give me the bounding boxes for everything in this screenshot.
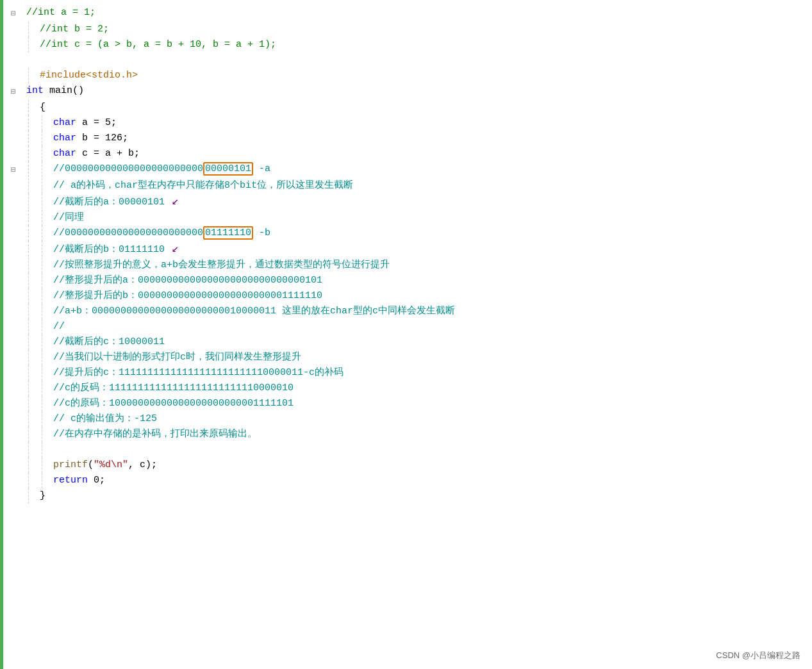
code-line: //int c = (a > b, a = b + 10, b = a + 1)…: [3, 37, 812, 53]
gutter-icon: ⊟: [3, 161, 24, 178]
code-line: printf("%d\n", c);: [3, 458, 812, 473]
gutter-icon: [3, 226, 24, 227]
gutter-icon: [3, 319, 24, 320]
indent-guide: [24, 488, 37, 504]
code-line: //同理: [3, 210, 812, 226]
indent-guide: [24, 458, 51, 473]
code-line: //整形提升后的a：000000000000000000000000000001…: [3, 273, 812, 288]
code-line: //截断后的b：01111110 ↙: [3, 241, 812, 258]
code-line: [3, 442, 812, 458]
code-line: //按照整形提升的意义，a+b会发生整形提升，通过数据类型的符号位进行提升: [3, 258, 812, 273]
gutter-icon: ⊟: [3, 5, 24, 22]
gutter-icon: [3, 273, 24, 274]
code-line: //: [3, 319, 812, 334]
code-line: ⊟//int a = 1;: [3, 5, 812, 22]
gutter-icon: [3, 304, 24, 305]
indent-guide: [24, 210, 51, 226]
code-line: #include<stdio.h>: [3, 68, 812, 83]
code-text: char b = 126;: [51, 131, 812, 146]
indent-guide: [24, 411, 51, 427]
indent-guide: [24, 68, 37, 83]
code-text: //提升后的c：11111111111111111111111110000011…: [51, 365, 812, 381]
code-text: //c的原码：10000000000000000000000001111101: [51, 396, 812, 411]
gutter-icon: [3, 488, 24, 490]
gutter-icon: [3, 365, 24, 367]
code-text: //int a = 1;: [24, 5, 812, 21]
indent-guide: [24, 304, 51, 319]
gutter-icon: [3, 194, 24, 195]
gutter-icon: [3, 37, 24, 38]
code-line: //c的反码：11111111111111111111111110000010: [3, 381, 812, 396]
gutter-icon: [3, 131, 24, 132]
indent-guide: [24, 178, 51, 194]
code-line: return 0;: [3, 473, 812, 488]
indent-guide: [24, 273, 51, 288]
gutter-icon: [3, 411, 24, 413]
code-text: //按照整形提升的意义，a+b会发生整形提升，通过数据类型的符号位进行提升: [51, 258, 812, 273]
code-line: // a的补码，char型在内存中只能存储8个bit位，所以这里发生截断: [3, 178, 812, 194]
code-line: // c的输出值为：-125: [3, 411, 812, 427]
indent-guide: [24, 241, 51, 256]
code-text: //同理: [51, 210, 812, 226]
watermark: CSDN @小吕编程之路: [716, 650, 800, 661]
code-text: printf("%d\n", c);: [51, 458, 812, 473]
code-line: //当我们以十进制的形式打印c时，我们同样发生整形提升: [3, 350, 812, 365]
indent-guide: [24, 146, 51, 161]
code-text: return 0;: [51, 473, 812, 488]
code-text: {: [37, 100, 812, 115]
code-text: //当我们以十进制的形式打印c时，我们同样发生整形提升: [51, 350, 812, 365]
indent-guide: [24, 334, 51, 350]
indent-guide: [24, 131, 51, 146]
indent-guide: [24, 350, 51, 365]
gutter-icon: [3, 68, 24, 69]
gutter-icon: [3, 258, 24, 259]
gutter-icon: [3, 22, 24, 23]
code-line: //00000000000000000000000001111110 -b: [3, 226, 812, 241]
code-container: ⊟//int a = 1;//int b = 2;//int c = (a > …: [0, 0, 812, 509]
code-line: //截断后的c：10000011: [3, 334, 812, 350]
gutter-icon: [3, 241, 24, 242]
code-text: //int b = 2;: [37, 22, 812, 37]
gutter-icon: [3, 427, 24, 428]
gutter-icon: [3, 381, 24, 382]
indent-guide: [24, 473, 51, 488]
code-line: char c = a + b;: [3, 146, 812, 161]
code-line: //截断后的a：00000101 ↙: [3, 194, 812, 210]
code-line: //整形提升后的b：000000000000000000000000011111…: [3, 288, 812, 304]
code-line: //c的原码：10000000000000000000000001111101: [3, 396, 812, 411]
gutter-icon: [3, 350, 24, 351]
code-line: [3, 53, 812, 68]
code-line: char b = 126;: [3, 131, 812, 146]
code-line: char a = 5;: [3, 115, 812, 131]
indent-guide: [24, 37, 37, 53]
code-line: //int b = 2;: [3, 22, 812, 37]
code-text: //在内存中存储的是补码，打印出来原码输出。: [51, 427, 812, 442]
gutter-icon: [3, 146, 24, 147]
code-text: char c = a + b;: [51, 146, 812, 161]
code-text: // a的补码，char型在内存中只能存储8个bit位，所以这里发生截断: [51, 178, 812, 194]
code-text: //截断后的c：10000011: [51, 334, 812, 350]
code-text: //int c = (a > b, a = b + 10, b = a + 1)…: [37, 37, 812, 53]
gutter-icon: [3, 396, 24, 397]
indent-guide: [24, 115, 51, 131]
code-text: //00000000000000000000000001111110 -b: [51, 226, 812, 241]
code-line: ⊟int main(): [3, 83, 812, 100]
gutter-icon: [3, 458, 24, 459]
code-text: int main(): [24, 83, 812, 99]
indent-guide: [24, 22, 37, 37]
code-line: ⊟//00000000000000000000000000000101 -a: [3, 161, 812, 178]
code-text: // c的输出值为：-125: [51, 411, 812, 427]
code-text: //00000000000000000000000000000101 -a: [51, 161, 812, 177]
gutter-icon: [3, 473, 24, 474]
gutter-icon: [3, 288, 24, 290]
code-text: //: [51, 319, 812, 334]
gutter-icon: [3, 442, 24, 443]
code-text: char a = 5;: [51, 115, 812, 131]
code-text: #include<stdio.h>: [37, 68, 812, 83]
code-line: {: [3, 100, 812, 115]
code-line: //a+b：00000000000000000000000010000011 这…: [3, 304, 812, 319]
indent-guide: [24, 381, 51, 396]
indent-guide: [24, 100, 37, 115]
gutter-icon: [3, 178, 24, 179]
indent-guide: [24, 161, 51, 177]
